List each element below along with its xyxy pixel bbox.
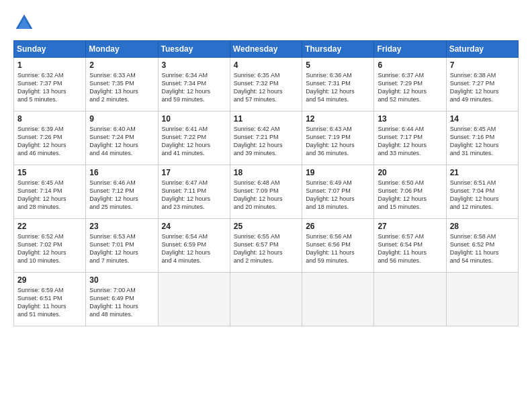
sunset-label: Sunset: 6:56 PM <box>306 241 351 248</box>
daylight-and: and 5 minutes. <box>17 96 57 103</box>
day-number: 14 <box>450 114 515 124</box>
daylight-label: Daylight: 12 hours <box>234 195 283 202</box>
daylight-and: and 10 minutes. <box>17 257 60 264</box>
calendar-cell: 10Sunrise: 6:41 AMSunset: 7:22 PMDayligh… <box>158 111 230 165</box>
day-number: 24 <box>162 222 226 231</box>
calendar-cell: 9Sunrise: 6:40 AMSunset: 7:24 PMDaylight… <box>86 111 158 165</box>
sunrise-label: Sunrise: 6:56 AM <box>306 233 352 240</box>
calendar-cell: 1Sunrise: 6:32 AMSunset: 7:37 PMDaylight… <box>14 58 86 111</box>
calendar-week-row: 8Sunrise: 6:39 AMSunset: 7:26 PMDaylight… <box>14 111 519 165</box>
day-number: 7 <box>450 60 515 70</box>
calendar-cell: 18Sunrise: 6:48 AMSunset: 7:09 PMDayligh… <box>230 165 302 219</box>
day-info: Sunrise: 7:00 AMSunset: 6:49 PMDaylight:… <box>89 286 154 319</box>
sunrise-label: Sunrise: 6:51 AM <box>450 179 496 186</box>
sunset-label: Sunset: 7:37 PM <box>17 80 62 87</box>
day-info: Sunrise: 6:47 AMSunset: 7:11 PMDaylight:… <box>162 179 226 212</box>
daylight-and: and 28 minutes. <box>17 203 60 210</box>
sunset-label: Sunset: 7:06 PM <box>378 187 423 194</box>
day-number: 6 <box>378 60 442 70</box>
day-info: Sunrise: 6:39 AMSunset: 7:26 PMDaylight:… <box>17 125 82 158</box>
day-number: 22 <box>17 222 82 231</box>
sunrise-label: Sunrise: 6:45 AM <box>450 126 496 132</box>
sunset-label: Sunset: 7:04 PM <box>450 187 495 194</box>
calendar: SundayMondayTuesdayWednesdayThursdayFrid… <box>13 40 519 326</box>
day-number: 4 <box>234 60 298 70</box>
calendar-cell: 24Sunrise: 6:54 AMSunset: 6:59 PMDayligh… <box>158 219 230 273</box>
weekday-header: Tuesday <box>158 41 230 58</box>
daylight-and: and 33 minutes. <box>378 150 420 156</box>
sunset-label: Sunset: 7:35 PM <box>89 80 134 87</box>
daylight-and: and 57 minutes. <box>234 96 277 103</box>
sunrise-label: Sunrise: 6:45 AM <box>17 179 64 186</box>
daylight-and: and 51 minutes. <box>17 311 60 318</box>
daylight-label: Daylight: 12 hours <box>89 142 138 148</box>
daylight-label: Daylight: 12 hours <box>234 88 283 95</box>
day-number: 11 <box>234 114 298 124</box>
sunrise-label: Sunrise: 6:36 AM <box>306 72 352 79</box>
sunrise-label: Sunrise: 6:34 AM <box>162 72 208 79</box>
day-number: 19 <box>306 168 370 177</box>
calendar-cell: 26Sunrise: 6:56 AMSunset: 6:56 PMDayligh… <box>302 219 374 273</box>
day-number: 27 <box>378 222 442 231</box>
sunrise-label: Sunrise: 6:46 AM <box>89 179 136 186</box>
daylight-and: and 12 minutes. <box>450 203 493 210</box>
daylight-and: and 2 minutes. <box>234 257 273 264</box>
sunrise-label: Sunrise: 6:58 AM <box>450 233 496 240</box>
daylight-label: Daylight: 12 hours <box>450 195 499 202</box>
sunrise-label: Sunrise: 6:32 AM <box>17 72 64 79</box>
daylight-and: and 59 minutes. <box>306 257 349 264</box>
day-info: Sunrise: 6:45 AMSunset: 7:14 PMDaylight:… <box>17 179 82 212</box>
calendar-cell <box>446 273 518 326</box>
sunrise-label: Sunrise: 6:37 AM <box>378 72 424 79</box>
sunrise-label: Sunrise: 6:33 AM <box>89 72 136 79</box>
day-number: 16 <box>89 168 154 177</box>
weekday-header: Sunday <box>14 41 86 58</box>
daylight-label: Daylight: 13 hours <box>17 88 66 95</box>
calendar-cell: 28Sunrise: 6:58 AMSunset: 6:52 PMDayligh… <box>446 219 518 273</box>
sunset-label: Sunset: 7:01 PM <box>89 241 134 248</box>
day-info: Sunrise: 6:36 AMSunset: 7:31 PMDaylight:… <box>306 71 370 104</box>
daylight-label: Daylight: 12 hours <box>162 88 211 95</box>
calendar-cell: 29Sunrise: 6:59 AMSunset: 6:51 PMDayligh… <box>14 273 86 326</box>
sunset-label: Sunset: 6:51 PM <box>17 295 62 302</box>
sunset-label: Sunset: 6:49 PM <box>89 295 134 302</box>
logo-icon <box>13 12 35 34</box>
day-info: Sunrise: 6:58 AMSunset: 6:52 PMDaylight:… <box>450 232 515 265</box>
sunrise-label: Sunrise: 6:57 AM <box>378 233 424 240</box>
calendar-cell <box>158 273 230 326</box>
daylight-label: Daylight: 12 hours <box>450 142 499 148</box>
day-info: Sunrise: 6:38 AMSunset: 7:27 PMDaylight:… <box>450 71 515 104</box>
sunset-label: Sunset: 7:31 PM <box>306 80 351 87</box>
day-number: 23 <box>89 222 154 231</box>
sunset-label: Sunset: 7:32 PM <box>234 80 279 87</box>
sunrise-label: Sunrise: 6:52 AM <box>17 233 64 240</box>
calendar-cell: 23Sunrise: 6:53 AMSunset: 7:01 PMDayligh… <box>86 219 158 273</box>
sunset-label: Sunset: 6:57 PM <box>234 241 279 248</box>
daylight-label: Daylight: 13 hours <box>89 88 138 95</box>
day-number: 8 <box>17 114 82 124</box>
calendar-cell: 25Sunrise: 6:55 AMSunset: 6:57 PMDayligh… <box>230 219 302 273</box>
daylight-label: Daylight: 12 hours <box>234 249 283 256</box>
sunrise-label: Sunrise: 6:35 AM <box>234 72 280 79</box>
daylight-label: Daylight: 12 hours <box>306 142 355 148</box>
daylight-and: and 56 minutes. <box>378 257 420 264</box>
day-info: Sunrise: 6:43 AMSunset: 7:19 PMDaylight:… <box>306 125 370 158</box>
daylight-and: and 2 minutes. <box>89 96 129 103</box>
day-info: Sunrise: 6:53 AMSunset: 7:01 PMDaylight:… <box>89 232 154 265</box>
page: SundayMondayTuesdayWednesdayThursdayFrid… <box>0 0 532 411</box>
daylight-and: and 25 minutes. <box>89 203 132 210</box>
calendar-cell: 11Sunrise: 6:42 AMSunset: 7:21 PMDayligh… <box>230 111 302 165</box>
sunrise-label: Sunrise: 6:47 AM <box>162 179 208 186</box>
day-info: Sunrise: 6:59 AMSunset: 6:51 PMDaylight:… <box>17 286 82 319</box>
daylight-label: Daylight: 12 hours <box>234 142 283 148</box>
day-number: 28 <box>450 222 515 231</box>
daylight-and: and 48 minutes. <box>89 311 132 318</box>
calendar-cell: 7Sunrise: 6:38 AMSunset: 7:27 PMDaylight… <box>446 58 518 111</box>
calendar-cell: 14Sunrise: 6:45 AMSunset: 7:16 PMDayligh… <box>446 111 518 165</box>
day-number: 18 <box>234 168 298 177</box>
day-info: Sunrise: 6:40 AMSunset: 7:24 PMDaylight:… <box>89 125 154 158</box>
sunset-label: Sunset: 7:02 PM <box>17 241 62 248</box>
daylight-label: Daylight: 12 hours <box>378 195 427 202</box>
day-number: 1 <box>17 60 82 70</box>
day-info: Sunrise: 6:46 AMSunset: 7:12 PMDaylight:… <box>89 179 154 212</box>
